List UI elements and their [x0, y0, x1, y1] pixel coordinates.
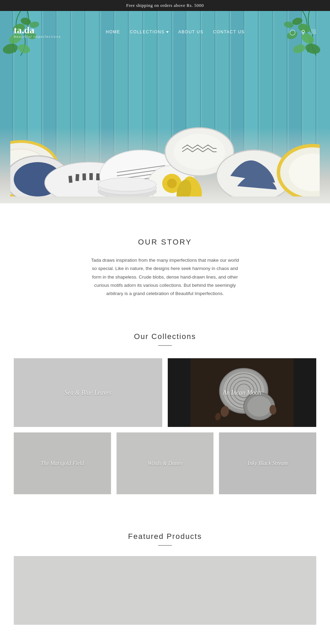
svg-rect-20 — [75, 174, 79, 181]
collections-title: Our Collections — [14, 332, 316, 341]
announcement-bar: Free shipping on orders above Rs. 5000 — [0, 0, 330, 11]
logo-text: ta.da — [14, 25, 61, 35]
collection-card-inky-black-stream[interactable]: Inky Black Stream — [219, 432, 316, 494]
featured-title: Featured Products — [14, 532, 316, 541]
story-body: Tada draws inspiration from the many imp… — [89, 256, 241, 298]
main-navigation: HOME COLLECTIONS ABOUT US CONTACT US — [106, 30, 245, 34]
collection-label-marigold: The Marigold Field — [14, 432, 111, 494]
featured-divider — [158, 545, 172, 546]
user-icon[interactable]: ◯ — [289, 29, 296, 35]
nav-home[interactable]: HOME — [106, 30, 120, 34]
nav-contact[interactable]: CONTACT US — [213, 30, 245, 34]
featured-section: Featured Products — [0, 515, 330, 632]
collection-card-marigold[interactable]: The Marigold Field — [14, 432, 111, 494]
svg-rect-22 — [89, 173, 93, 180]
story-section: OUR STORY Tada draws inspiration from th… — [0, 214, 330, 318]
nav-icons-group: ◯ ⚲ ⛆ — [289, 29, 316, 35]
hero-section: ta.da Beautiful Imperfections HOME COLLE… — [0, 11, 330, 203]
cart-icon[interactable]: ⛆ — [311, 29, 316, 35]
collection-card-winds-dunes[interactable]: Winds & Dunes — [117, 432, 214, 494]
svg-point-32 — [167, 179, 177, 188]
collection-label-winds-dunes: Winds & Dunes — [117, 432, 214, 494]
nav-collections-wrapper[interactable]: COLLECTIONS — [130, 30, 169, 34]
collections-top-row: Sea & Blue Leaves — [14, 358, 316, 427]
collections-bottom-row: The Marigold Field Winds & Dunes Inky Bl… — [14, 432, 316, 494]
announcement-text: Free shipping on orders above Rs. 5000 — [126, 3, 204, 8]
spacer-after-hero — [0, 203, 330, 214]
collection-label-incan-moon: An Incan Moon — [168, 358, 316, 427]
page-bottom-padding — [0, 632, 330, 644]
story-title: OUR STORY — [14, 238, 316, 247]
collection-label-sea-blue-leaves: Sea & Blue Leaves — [14, 358, 162, 427]
nav-about[interactable]: ABOUT US — [178, 30, 204, 34]
nav-collections[interactable]: COLLECTIONS — [130, 30, 165, 34]
svg-rect-21 — [82, 173, 86, 180]
svg-rect-19 — [68, 176, 73, 183]
collection-card-incan-moon[interactable]: An Incan Moon — [168, 358, 316, 427]
featured-product-1[interactable] — [14, 556, 316, 625]
svg-rect-23 — [96, 173, 100, 180]
svg-point-40 — [98, 178, 156, 191]
collections-chevron-icon — [166, 31, 169, 33]
logo-tagline: Beautiful Imperfections — [14, 35, 61, 38]
plates-display — [10, 93, 320, 196]
logo-container[interactable]: ta.da Beautiful Imperfections — [14, 25, 61, 38]
site-header: ta.da Beautiful Imperfections HOME COLLE… — [0, 22, 330, 42]
collections-section: Our Collections Sea & Blue Leaves — [0, 318, 330, 515]
collection-label-inky-black-stream: Inky Black Stream — [219, 432, 316, 494]
search-icon[interactable]: ⚲ — [301, 29, 305, 35]
svg-point-34 — [174, 134, 225, 170]
featured-products-grid — [14, 556, 316, 625]
collection-card-sea-blue-leaves[interactable]: Sea & Blue Leaves — [14, 358, 162, 427]
collections-divider — [158, 345, 172, 346]
